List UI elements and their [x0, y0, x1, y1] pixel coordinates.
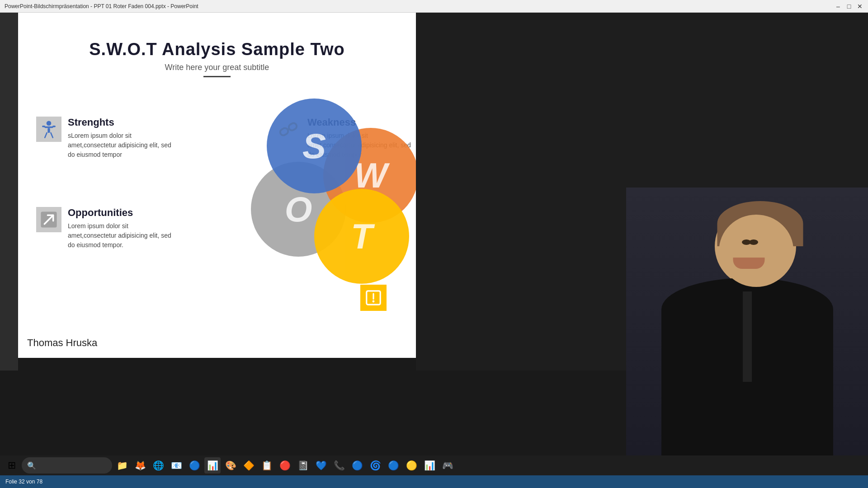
slide-main-title: S.W.O.T Analysis Sample Two	[18, 40, 416, 59]
firefox-icon[interactable]: 🦊	[132, 457, 148, 474]
onenote-icon[interactable]: 📓	[295, 457, 311, 474]
presenter-video	[626, 188, 868, 488]
app7-icon[interactable]: 🌀	[367, 457, 383, 474]
minimize-button[interactable]: –	[835, 3, 842, 10]
svg-rect-1	[44, 127, 53, 128]
search-button[interactable]: 🔍	[22, 457, 112, 474]
close-button[interactable]: ✕	[856, 3, 863, 10]
svg-rect-4	[47, 128, 50, 133]
video-right-eye	[749, 239, 758, 245]
svg-line-6	[51, 133, 52, 138]
slide-title-area: S.W.O.T Analysis Sample Two Write here y…	[18, 13, 416, 77]
start-button[interactable]: ⊞	[4, 457, 20, 474]
app2-icon[interactable]: 📋	[259, 457, 275, 474]
circle-t-label: T	[351, 216, 373, 257]
teams-icon[interactable]: 🔵	[186, 457, 203, 474]
presenter-name-area: Thomas Hruska	[27, 337, 97, 349]
slide-panel	[0, 13, 18, 371]
chrome-icon[interactable]: 🌐	[150, 457, 166, 474]
powerpoint-icon[interactable]: 📊	[204, 457, 221, 474]
strengths-body: sLorem ipsum dolor sit amet,consectetur …	[68, 131, 176, 160]
window-title: PowerPoint-Bildschirmpräsentation - PPT …	[5, 3, 198, 9]
strengths-heading: Strenghts	[68, 117, 176, 128]
app3-icon[interactable]: 🔴	[277, 457, 293, 474]
slide-content: S.W.O.T Analysis Sample Two Write here y…	[18, 13, 416, 358]
app4-icon[interactable]: 💙	[313, 457, 329, 474]
window-controls: – □ ✕	[835, 3, 863, 10]
opportunities-heading: Opportunities	[68, 207, 176, 219]
title-underline	[203, 76, 231, 77]
app5-icon[interactable]: 📞	[331, 457, 347, 474]
video-zipper	[743, 291, 752, 382]
strengths-icon	[36, 117, 61, 142]
svg-point-0	[47, 121, 52, 126]
circle-t: T	[314, 189, 409, 284]
circle-o-label: O	[285, 189, 312, 230]
opportunities-body: Lorem ipsum dolor sit amet,consectetur a…	[68, 221, 176, 250]
title-bar: PowerPoint-Bildschirmpräsentation - PPT …	[0, 0, 868, 13]
slide-info: Folie 32 von 78	[5, 479, 42, 485]
svg-rect-2	[42, 126, 45, 127]
app1-icon[interactable]: 🔶	[241, 457, 257, 474]
strengths-card: Strenghts sLorem ipsum dolor sit amet,co…	[36, 117, 176, 160]
outlook-icon[interactable]: 📧	[168, 457, 184, 474]
circle-s-label: S	[302, 126, 326, 167]
video-mouth	[733, 258, 764, 269]
paint-icon[interactable]: 🎨	[222, 457, 239, 474]
svg-line-5	[45, 133, 47, 138]
svg-rect-3	[52, 126, 56, 127]
slide-subtitle: Write here your great subtitle	[18, 63, 416, 72]
game-icon[interactable]: 🎮	[439, 457, 456, 474]
swot-container: Strenghts sLorem ipsum dolor sit amet,co…	[36, 103, 416, 320]
opportunities-card: Opportunities Lorem ipsum dolor sit amet…	[36, 207, 176, 250]
opportunities-icon	[36, 207, 61, 232]
maximize-button[interactable]: □	[845, 3, 853, 10]
excel-icon[interactable]: 📊	[421, 457, 438, 474]
taskbar[interactable]: ⊞ 🔍 📁 🦊 🌐 📧 🔵 📊 🎨 🔶 📋 🔴 📓 💙 📞 🔵 🌀 🔵 🟡 📊 …	[0, 455, 868, 475]
circle-s: S	[267, 99, 362, 193]
app9-icon[interactable]: 🟡	[403, 457, 420, 474]
opportunities-text: Opportunities Lorem ipsum dolor sit amet…	[68, 207, 176, 250]
slide-canvas: S.W.O.T Analysis Sample Two Write here y…	[18, 13, 416, 358]
video-content	[626, 188, 868, 488]
presenter-name: Thomas Hruska	[27, 337, 97, 348]
video-face	[719, 215, 793, 287]
status-bar: Folie 32 von 78	[0, 475, 868, 488]
threats-icon-box	[360, 285, 387, 311]
svg-point-14	[373, 300, 375, 303]
files-icon[interactable]: 📁	[114, 457, 130, 474]
app8-icon[interactable]: 🔵	[385, 457, 401, 474]
strengths-text: Strenghts sLorem ipsum dolor sit amet,co…	[68, 117, 176, 160]
app6-icon[interactable]: 🔵	[349, 457, 365, 474]
